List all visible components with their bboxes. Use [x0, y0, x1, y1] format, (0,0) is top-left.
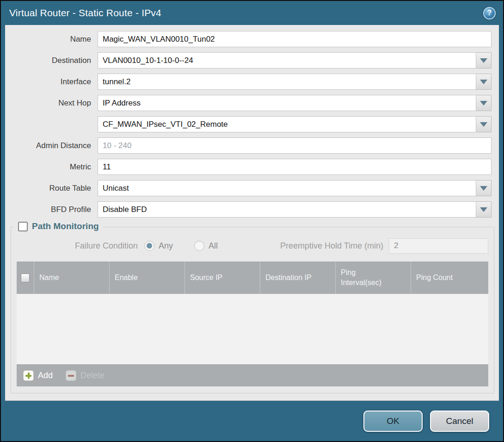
column-header-ping-count[interactable]: Ping Count	[411, 261, 488, 294]
next-hop-type-dropdown-button[interactable]	[476, 95, 492, 111]
path-monitoring-checkbox[interactable]	[18, 222, 28, 231]
form-row-bfd-profile: BFD Profile	[5, 201, 492, 218]
column-header-enable[interactable]: Enable	[110, 261, 185, 294]
failure-condition-row: Failure Condition Any All Preemptive Hol…	[17, 237, 488, 254]
form-row-route-table: Route Table	[5, 180, 492, 196]
next-hop-label: Next Hop	[5, 99, 98, 108]
column-header-destination-ip[interactable]: Destination IP	[260, 261, 336, 294]
dialog-title: Virtual Router - Static Route - IPv4	[9, 7, 161, 19]
chevron-down-icon	[480, 122, 487, 127]
failure-condition-all-option: All	[194, 241, 218, 251]
form-row-name: Name	[5, 31, 492, 47]
chevron-down-icon	[480, 207, 487, 212]
preemptive-hold-time-label: Preemptive Hold Time (min)	[280, 241, 383, 251]
bfd-profile-dropdown-button[interactable]	[476, 201, 492, 218]
plus-icon	[23, 370, 34, 381]
radio-all[interactable]	[194, 241, 204, 251]
static-route-dialog: Virtual Router - Static Route - IPv4 ? N…	[0, 0, 504, 442]
path-monitoring-table: Name Enable Source IP Destination IP Pin…	[17, 261, 488, 386]
destination-input[interactable]	[98, 52, 476, 68]
form-row-admin-distance: Admin Distance	[5, 137, 492, 154]
select-all-checkbox[interactable]	[21, 274, 30, 282]
chevron-down-icon	[480, 186, 487, 191]
metric-input[interactable]	[98, 159, 492, 175]
path-monitoring-title: Path Monitoring	[32, 221, 99, 231]
form-row-metric: Metric	[5, 159, 492, 175]
path-monitoring-section: Path Monitoring Failure Condition Any Al…	[11, 227, 494, 393]
chevron-down-icon	[480, 80, 487, 84]
table-body-empty	[17, 294, 488, 364]
next-hop-address-dropdown-button[interactable]	[476, 116, 492, 132]
failure-condition-label: Failure Condition	[17, 241, 138, 251]
route-table-dropdown-button[interactable]	[476, 180, 492, 196]
column-header-source-ip[interactable]: Source IP	[185, 261, 260, 294]
preemptive-hold-time-input[interactable]	[389, 238, 488, 254]
dialog-footer: OK Cancel	[1, 401, 503, 441]
next-hop-address-input[interactable]	[98, 116, 476, 132]
interface-input[interactable]	[98, 74, 476, 90]
bfd-profile-label: BFD Profile	[5, 205, 98, 214]
form-row-next-hop: Next Hop	[5, 95, 492, 111]
help-icon[interactable]: ?	[483, 7, 496, 19]
column-header-name[interactable]: Name	[34, 261, 110, 294]
column-header-ping-interval[interactable]: Ping Interval(sec)	[336, 261, 411, 294]
form-row-interface: Interface	[5, 74, 492, 90]
admin-distance-label: Admin Distance	[5, 141, 98, 150]
delete-button[interactable]: Delete	[66, 370, 104, 381]
name-label: Name	[5, 35, 98, 44]
name-input[interactable]	[98, 31, 492, 47]
dialog-body: Name Destination Interface	[5, 25, 499, 401]
form-row-next-hop-address	[5, 116, 492, 132]
table-header: Name Enable Source IP Destination IP Pin…	[17, 261, 488, 294]
route-table-label: Route Table	[5, 184, 98, 193]
destination-label: Destination	[5, 56, 98, 65]
add-button[interactable]: Add	[23, 370, 53, 381]
minus-icon	[66, 370, 76, 381]
ok-button[interactable]: OK	[363, 411, 423, 432]
failure-condition-any-option: Any	[144, 241, 173, 251]
chevron-down-icon	[480, 58, 487, 63]
destination-dropdown-button[interactable]	[476, 52, 492, 68]
route-table-input[interactable]	[98, 180, 476, 196]
path-monitoring-legend: Path Monitoring	[14, 221, 103, 231]
chevron-down-icon	[480, 101, 487, 106]
admin-distance-input[interactable]	[98, 137, 492, 154]
radio-all-label: All	[209, 241, 218, 251]
cancel-button[interactable]: Cancel	[430, 411, 489, 432]
metric-label: Metric	[5, 162, 98, 172]
interface-dropdown-button[interactable]	[476, 74, 492, 90]
table-toolbar: Add Delete	[17, 364, 488, 386]
radio-any-label: Any	[159, 241, 173, 251]
next-hop-type-input[interactable]	[98, 95, 476, 111]
header-checkbox-cell	[17, 261, 34, 294]
radio-any[interactable]	[144, 241, 154, 251]
form-row-destination: Destination	[5, 52, 492, 68]
titlebar: Virtual Router - Static Route - IPv4 ?	[1, 1, 503, 25]
interface-label: Interface	[5, 77, 98, 87]
bfd-profile-input[interactable]	[98, 201, 476, 218]
